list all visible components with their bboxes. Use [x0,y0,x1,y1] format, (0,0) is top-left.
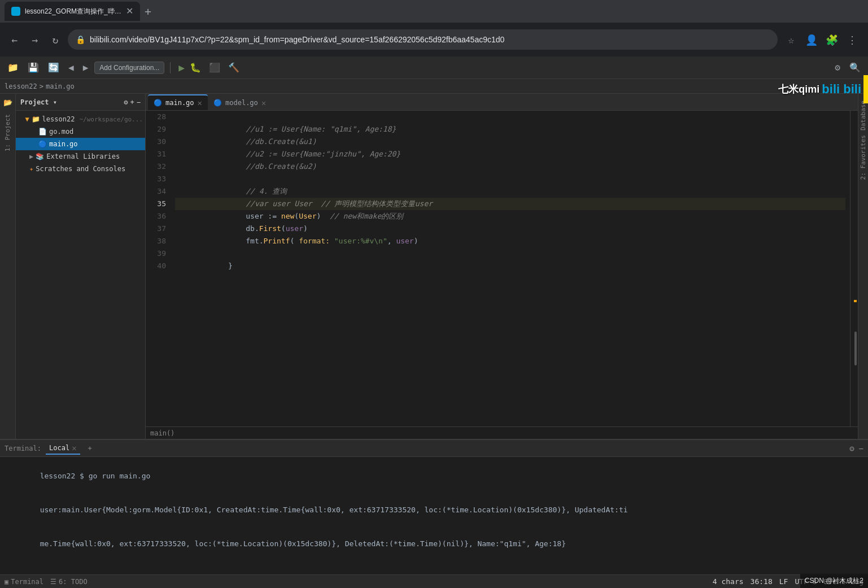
event-log[interactable]: Event Log [824,577,863,586]
bookmark-button[interactable]: ☆ [782,31,800,49]
terminal-line-2: user:main.User{Model:gorm.Model{ID:0x1, … [5,493,863,527]
tree-label-scratches: Scratches and Consoles [36,165,125,173]
tree-item-gomod[interactable]: 📄 go.mod [16,125,145,138]
ln-38: 38 [146,235,166,247]
tree-item-maingo[interactable]: 🔵 main.go [16,138,145,150]
scroll-thumb[interactable] [854,332,857,365]
todo-bottom-tab[interactable]: ☰ 6: TODO [50,578,88,586]
code-line-30: //u2 := User{Name:"jinzhu", Age:20} [175,136,845,148]
tab-modelgo-close[interactable]: ✕ [261,98,266,107]
terminal-tab-close[interactable]: ✕ [72,443,76,452]
breadcrumb-file: main.go [46,82,75,90]
project-settings-icon[interactable]: ⚙ [124,98,128,106]
code-editor[interactable]: 28 29 30 31 32 33 34 35 36 37 38 39 40 [146,111,858,426]
sync-button[interactable]: 🔄 [45,60,62,75]
code-line-33: // 4. 查询 [175,173,845,185]
browser-nav: ← → ↻ 🔒 bilibili.com/video/BV1gJ411p7xC/… [0,23,868,56]
tree-item-ext-libs[interactable]: ▶ 📚 External Libraries [16,150,145,163]
tree-label-ext-libs: External Libraries [46,153,120,160]
menu-button[interactable]: ⋮ [843,31,861,49]
tree-item-scratches[interactable]: ✦ Scratches and Consoles [16,163,145,175]
browser-tab-active[interactable]: lesson22_GORM查询操作_哔哩... ✕ [5,2,140,21]
terminal-settings-icon[interactable]: ⚙ [849,444,854,453]
ln-32: 32 [146,160,166,173]
reload-button[interactable]: ↻ [47,32,63,47]
url-text: bilibili.com/video/BV1gJ411p7xC/?p=22&sp… [90,35,770,44]
tab-model-icon: 🔵 [213,99,222,107]
scrollbar-indicator[interactable] [850,111,858,426]
address-bar[interactable]: 🔒 bilibili.com/video/BV1gJ411p7xC/?p=22&… [68,29,778,50]
run-button[interactable]: ▶ [178,62,185,73]
code-line-38 [175,235,845,247]
folder-icon: 📁 [32,115,40,123]
debug-button[interactable]: 🐛 [187,60,204,75]
database-label[interactable]: Database [858,98,868,133]
save-button[interactable]: 💾 [25,60,42,75]
ln-36: 36 [146,210,166,223]
breadcrumb-lesson: lesson22 [5,82,37,90]
stop-button[interactable]: ⬛ [206,60,223,75]
ln-31: 31 [146,148,166,160]
scroll-marker-1 [854,300,857,302]
forward-button[interactable]: → [27,32,43,47]
tab-maingo-close[interactable]: ✕ [198,98,202,107]
browser-chrome: lesson22_GORM查询操作_哔哩... ✕ + ← → ↻ 🔒 bili… [0,0,868,56]
back-history-button[interactable]: ◀ [66,60,77,75]
tab-close-button[interactable]: ✕ [126,7,133,16]
breadcrumb: lesson22 > main.go [0,79,868,94]
settings-button[interactable]: ⚙ [832,60,843,75]
code-line-32 [175,160,845,173]
vert-labels: 1: Project [3,112,12,154]
project-add-icon[interactable]: + [130,98,134,106]
terminal-content[interactable]: lesson22 $ go run main.go user:main.User… [0,457,868,574]
terminal-tab-label: Terminal [11,578,43,586]
tree-label-gomod: go.mod [49,128,73,136]
project-icon[interactable]: 📂 [2,96,14,108]
project-label[interactable]: 1: Project [3,112,12,154]
ln-33: 33 [146,173,166,185]
left-strip-1: 📂 1: Project [0,94,16,439]
terminal-tab-local[interactable]: Local ✕ [46,442,80,455]
terminal-line-3: me.Time{wall:0x0, ext:63717333520, loc:(… [5,527,863,561]
terminal-area: Terminal: Local ✕ + ⚙ − lesson22 $ go ru… [0,439,868,574]
terminal-bottom-tab[interactable]: ▣ Terminal [5,578,43,586]
tab-modelgo[interactable]: 🔵 model.go ✕ [208,94,272,110]
extension-button[interactable]: 🧩 [823,31,841,49]
code-line-39: } [175,247,845,260]
project-header: Project ▾ ⚙ + − [16,94,145,111]
file-go-icon: 🔵 [38,140,47,148]
tab-maingo-label: main.go [165,99,194,107]
new-tab-button[interactable]: + [140,5,156,18]
back-button[interactable]: ← [7,32,23,47]
project-tree-button[interactable]: 📁 [5,60,21,75]
tab-title: lesson22_GORM查询操作_哔哩... [25,7,121,16]
tab-maingo[interactable]: 🔵 main.go ✕ [148,94,208,110]
tab-favicon [11,7,20,16]
favorites-label[interactable]: 2: Favorites [858,133,868,182]
forward-history-button[interactable]: ▶ [80,60,91,75]
status-right: 4 chars 36:18 LF UTF-8 Event Log [713,577,863,586]
file-mod-icon: 📄 [38,128,47,136]
ext-libs-folder-icon: 📚 [36,153,44,160]
project-header-label[interactable]: Project ▾ [20,98,121,106]
search-button[interactable]: 🔍 [847,60,863,75]
nav-actions: ☆ 👤 🧩 ⋮ [782,31,861,49]
tab-go-icon: 🔵 [154,99,162,107]
profile-button[interactable]: 👤 [802,31,821,49]
right-panel-strip: Database 2: Favorites [858,94,868,439]
ln-29: 29 [146,123,166,136]
left-strips: 📂 1: Project [0,94,16,439]
tree-item-lesson22[interactable]: ▼ 📁 lesson22 ~/workspace/go... [16,113,145,125]
project-minus-icon[interactable]: − [137,98,141,106]
build-button[interactable]: 🔨 [225,60,242,75]
chars-count: 4 chars [713,577,744,586]
ln-40: 40 [146,260,166,272]
terminal-minimize-icon[interactable]: − [859,444,863,453]
ln-35: 35 [146,198,166,210]
code-line-29: //db.Create(&u1) [175,123,845,136]
add-configuration-button[interactable]: Add Configuration... [94,62,164,74]
terminal-add-tab[interactable]: + [85,443,95,454]
code-content: //u1 := User{Name: "q1mi", Age:18} //db.… [171,111,850,426]
ide-toolbar: 📁 💾 🔄 ◀ ▶ Add Configuration... ▶ 🐛 ⬛ 🔨 ⚙… [0,56,868,79]
ide-container: 📁 💾 🔄 ◀ ▶ Add Configuration... ▶ 🐛 ⬛ 🔨 ⚙… [0,56,868,588]
